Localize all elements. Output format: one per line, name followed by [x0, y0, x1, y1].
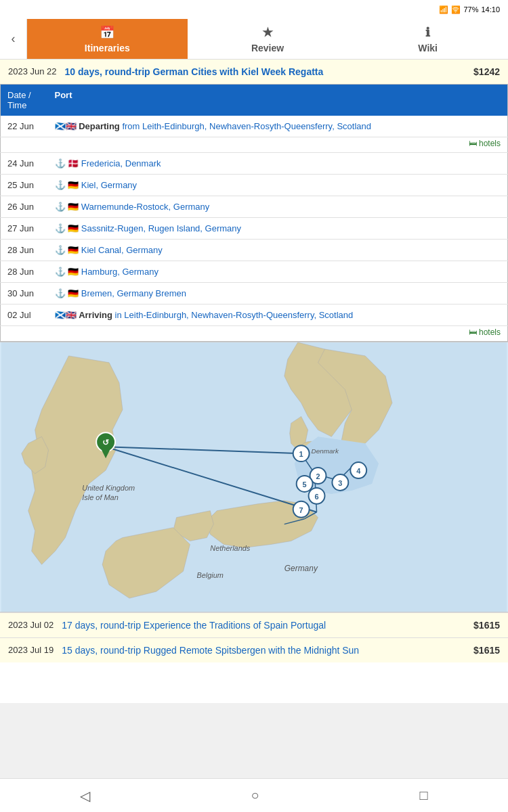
hotels-row-depart: 🛏 hotels — [1, 137, 508, 153]
tab-itineraries-label: Itineraries — [85, 43, 130, 53]
row-port[interactable]: 🏴󠁧󠁢󠁳󠁣󠁴󠁿🇬🇧 Departing from Leith-Edinburgh… — [48, 116, 508, 137]
svg-text:7: 7 — [299, 506, 303, 514]
bed-icon: 🛏 — [469, 139, 477, 148]
svg-text:Denmark: Denmark — [312, 447, 339, 455]
table-row: 26 Jun ⚓ 🇩🇪 Warnemunde-Rostock, Germany — [1, 196, 508, 218]
map-svg: ↺ 1 2 3 4 5 6 7 Un — [0, 342, 508, 612]
tab-itineraries[interactable]: 📅 Itineraries — [27, 19, 188, 59]
row-port[interactable]: ⚓ 🇩🇪 Kiel, Germany — [48, 175, 508, 196]
flag-icon: 🇩🇪 — [68, 245, 79, 255]
wifi-icon: 🛜 — [451, 5, 461, 14]
schedule-table: Date / Time Port 22 Jun 🏴󠁧󠁢󠁳󠁣󠁴󠁿🇬🇧 Depart… — [0, 84, 508, 342]
hotels-row-arrive: 🛏 hotels — [1, 326, 508, 342]
row-date: 27 Jun — [1, 218, 48, 240]
row-port[interactable]: ⚓ 🇩🇪 Bremen, Germany Bremen — [48, 283, 508, 304]
anchor-icon: ⚓ — [55, 158, 66, 168]
row-date: 25 Jun — [1, 175, 48, 196]
calendar-icon: 📅 — [100, 25, 114, 40]
itinerary-price: $1242 — [473, 66, 500, 77]
tab-review-label: Review — [251, 43, 284, 53]
svg-text:1: 1 — [299, 450, 303, 458]
row-date: 22 Jun — [1, 116, 48, 137]
time-display: 14:10 — [481, 5, 500, 14]
star-icon: ★ — [262, 25, 273, 40]
listing-title-2[interactable]: 15 days, round-trip Rugged Remote Spitsb… — [62, 645, 468, 656]
svg-text:Netherlands: Netherlands — [210, 544, 251, 552]
svg-text:6: 6 — [314, 493, 318, 501]
row-date: 30 Jun — [1, 283, 48, 304]
table-row: 27 Jun ⚓ 🇩🇪 Sassnitz-Rugen, Rugen Island… — [1, 218, 508, 240]
row-port[interactable]: 🏴󠁧󠁢󠁳󠁣󠁴󠁿🇬🇧 Arriving in Leith-Edinburgh, N… — [48, 304, 508, 326]
listing-price-2: $1615 — [473, 645, 500, 656]
hotels-label[interactable]: hotels — [479, 139, 501, 148]
svg-text:Germany: Germany — [284, 564, 318, 573]
listing-item-1[interactable]: 2023 Jul 02 17 days, round-trip Experien… — [0, 612, 508, 637]
svg-text:United Kingdom: United Kingdom — [82, 484, 135, 492]
row-port[interactable]: ⚓ 🇩🇪 Kiel Canal, Germany — [48, 240, 508, 261]
table-row: 28 Jun ⚓ 🇩🇪 Kiel Canal, Germany — [1, 240, 508, 261]
tab-bar: ‹ 📅 Itineraries ★ Review ℹ Wiki — [0, 19, 508, 60]
row-date: 26 Jun — [1, 196, 48, 218]
anchor-icon: ⚓ — [55, 202, 66, 212]
listing-title-1[interactable]: 17 days, round-trip Experience the Tradi… — [62, 620, 468, 631]
home-button[interactable]: ○ — [251, 788, 259, 803]
flag-icon: 🇩🇪 — [68, 288, 79, 298]
listing-item-2[interactable]: 2023 Jul 19 15 days, round-trip Rugged R… — [0, 637, 508, 662]
battery-indicator: 77% — [463, 5, 478, 14]
svg-text:↺: ↺ — [102, 438, 109, 447]
flag-icon: 🇩🇪 — [68, 202, 79, 212]
anchor-icon: ⚓ — [55, 267, 66, 277]
cruise-map[interactable]: ↺ 1 2 3 4 5 6 7 Un — [0, 342, 508, 612]
svg-text:3: 3 — [338, 479, 342, 487]
anchor-icon: ⚓ — [55, 245, 66, 255]
svg-text:4: 4 — [356, 467, 361, 475]
status-bar: 📶 🛜 77% 14:10 — [0, 0, 508, 19]
anchor-icon: ⚓ — [55, 180, 66, 190]
tab-wiki-label: Wiki — [418, 43, 438, 53]
flag-icon: 🏴󠁧󠁢󠁳󠁣󠁴󠁿🇬🇧 — [55, 310, 77, 320]
table-row: 30 Jun ⚓ 🇩🇪 Bremen, Germany Bremen — [1, 283, 508, 304]
row-port[interactable]: ⚓ 🇩🇪 Warnemunde-Rostock, Germany — [48, 196, 508, 218]
info-icon: ℹ — [425, 25, 430, 40]
bottom-nav: ◁ ○ □ — [0, 778, 508, 812]
table-row: 25 Jun ⚓ 🇩🇪 Kiel, Germany — [1, 175, 508, 196]
svg-text:2: 2 — [316, 472, 320, 480]
flag-icon: 🇩🇪 — [68, 180, 79, 190]
anchor-icon: ⚓ — [55, 288, 66, 298]
main-content: 2023 Jun 22 10 days, round-trip German C… — [0, 60, 508, 703]
row-date: 24 Jun — [1, 153, 48, 175]
row-date: 02 Jul — [1, 304, 48, 326]
anchor-icon: ⚓ — [55, 223, 66, 233]
table-header-date: Date / Time — [1, 85, 48, 116]
table-row: 22 Jun 🏴󠁧󠁢󠁳󠁣󠁴󠁿🇬🇧 Departing from Leith-Ed… — [1, 116, 508, 137]
row-port[interactable]: ⚓ 🇩🇪 Hamburg, Germany — [48, 261, 508, 283]
itinerary-date: 2023 Jun 22 — [8, 66, 57, 76]
flag-icon: 🏴󠁧󠁢󠁳󠁣󠁴󠁿🇬🇧 — [55, 121, 77, 131]
table-header-port: Port — [48, 85, 508, 116]
row-port[interactable]: ⚓ 🇩🇰 Fredericia, Denmark — [48, 153, 508, 175]
row-date: 28 Jun — [1, 261, 48, 283]
svg-text:Isle of Man: Isle of Man — [82, 493, 118, 501]
recent-apps-button[interactable]: □ — [419, 788, 427, 803]
table-row: 24 Jun ⚓ 🇩🇰 Fredericia, Denmark — [1, 153, 508, 175]
row-date: 28 Jun — [1, 240, 48, 261]
itinerary-header: 2023 Jun 22 10 days, round-trip German C… — [0, 60, 508, 84]
table-row: 28 Jun ⚓ 🇩🇪 Hamburg, Germany — [1, 261, 508, 283]
row-port[interactable]: ⚓ 🇩🇪 Sassnitz-Rugen, Rugen Island, Germa… — [48, 218, 508, 240]
svg-text:Belgium: Belgium — [196, 571, 224, 579]
itinerary-title[interactable]: 10 days, round-trip German Cities with K… — [65, 66, 468, 77]
bed-icon: 🛏 — [469, 328, 477, 337]
flag-icon: 🇩🇪 — [68, 223, 79, 233]
flag-icon: 🇩🇰 — [68, 158, 79, 168]
tab-review[interactable]: ★ Review — [188, 19, 348, 59]
svg-text:5: 5 — [303, 480, 307, 489]
flag-icon: 🇩🇪 — [68, 267, 79, 277]
listing-price-1: $1615 — [473, 620, 500, 631]
hotels-label[interactable]: hotels — [479, 328, 501, 337]
signal-icon: 📶 — [439, 5, 448, 14]
chevron-back-button[interactable]: ‹ — [0, 19, 27, 59]
table-row: 02 Jul 🏴󠁧󠁢󠁳󠁣󠁴󠁿🇬🇧 Arriving in Leith-Edinb… — [1, 304, 508, 326]
tab-wiki[interactable]: ℹ Wiki — [347, 19, 508, 59]
listing-date-2: 2023 Jul 19 — [8, 645, 54, 655]
back-button[interactable]: ◁ — [80, 788, 90, 804]
